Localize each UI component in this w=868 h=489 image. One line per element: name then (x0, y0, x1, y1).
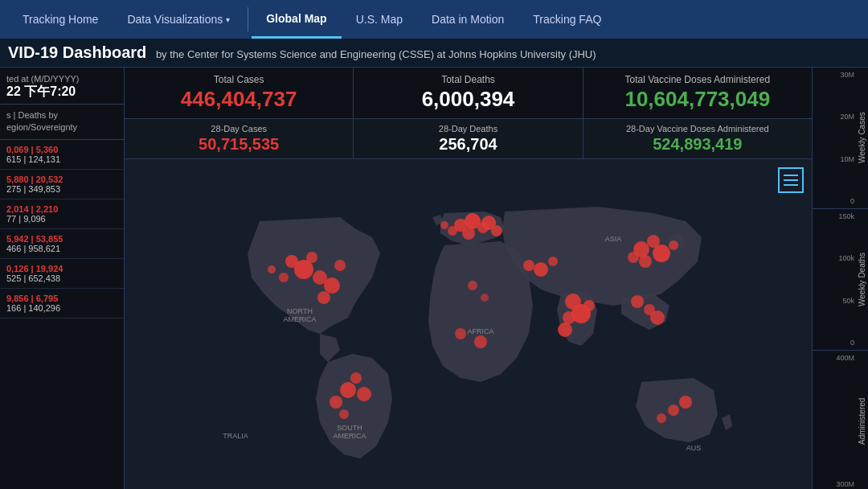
region-deaths: 166 | 140,296 (6, 303, 117, 313)
chart-tick: 150k (814, 212, 854, 220)
chart-tick: 30M (814, 71, 854, 79)
svg-point-36 (639, 255, 652, 268)
svg-point-14 (357, 387, 371, 401)
weekly-cases-chart: 30M 20M 10M 0 Weekly Cases (813, 68, 868, 209)
svg-point-44 (668, 405, 679, 416)
svg-text:AMERICA: AMERICA (333, 432, 366, 440)
svg-point-41 (481, 294, 489, 302)
svg-point-45 (679, 396, 692, 409)
day28-cases-value: 50,715,535 (134, 135, 343, 154)
weekly-cases-axis: 30M 20M 10M 0 (813, 68, 856, 208)
svg-point-28 (563, 311, 575, 324)
dashboard-title: VID-19 Dashboard (8, 43, 146, 61)
svg-point-18 (448, 226, 457, 236)
total-deaths-value: 6,000,394 (363, 87, 572, 112)
updated-label: ted at (M/D/YYYY) (6, 74, 117, 84)
legend-button[interactable] (778, 167, 804, 193)
nav-data-visualizations[interactable]: Data Visualizations ▾ (113, 0, 244, 39)
day28-vaccine-box: 28-Day Vaccine Doses Administered 524,89… (583, 119, 812, 158)
svg-point-35 (669, 240, 678, 250)
svg-text:NORTH: NORTH (287, 307, 313, 315)
svg-point-5 (306, 252, 317, 263)
region-header: s | Deaths by egion/Sovereignty (0, 105, 124, 140)
svg-point-42 (455, 328, 466, 339)
svg-point-21 (491, 225, 502, 236)
center-panel: Total Cases 446,404,737 Total Deaths 6,0… (125, 68, 812, 489)
svg-point-11 (330, 396, 342, 409)
weekly-deaths-axis: 150k 100k 50k 0 (813, 209, 856, 350)
region-deaths: 275 | 349,853 (6, 184, 117, 194)
svg-point-33 (653, 244, 670, 262)
nav-tracking-home[interactable]: Tracking Home (8, 0, 113, 39)
svg-point-23 (523, 260, 534, 271)
svg-point-4 (279, 273, 289, 282)
chart-tick: 0 (814, 339, 854, 347)
day28-deaths-label: 28-Day Deaths (363, 124, 572, 134)
day28-cases-label: 28-Day Cases (134, 124, 343, 134)
region-cases: 0,126 | 19,924 (6, 264, 117, 273)
day28-vaccine-value: 524,893,419 (593, 135, 802, 154)
right-panel: 30M 20M 10M 0 Weekly Cases 150k 100k 50k… (812, 68, 868, 489)
day28-cases-box: 28-Day Cases 50,715,535 (125, 119, 354, 158)
svg-text:TRALIA: TRALIA (223, 432, 248, 440)
navbar: Tracking Home Data Visualizations ▾ Glob… (0, 0, 868, 39)
region-deaths: 466 | 958,621 (6, 244, 117, 253)
svg-point-19 (462, 227, 475, 240)
nav-data-in-motion[interactable]: Data in Motion (417, 0, 518, 39)
region-header-text: s | Deaths by egion/Sovereignty (6, 110, 77, 132)
list-item[interactable]: 2,014 | 2,210 77 | 9,096 (0, 199, 124, 229)
region-deaths: 77 | 9,096 (6, 214, 117, 224)
stats-row-total: Total Cases 446,404,737 Total Deaths 6,0… (125, 68, 812, 119)
world-map[interactable]: NORTH AMERICA SOUTH AMERICA AFRICA ASIA … (195, 173, 742, 479)
day28-vaccine-label: 28-Day Vaccine Doses Administered (593, 124, 802, 134)
svg-rect-55 (784, 175, 798, 176)
chevron-down-icon: ▾ (226, 15, 230, 24)
svg-point-29 (583, 300, 595, 311)
list-item[interactable]: 0,069 | 5,360 615 | 124,131 (0, 140, 124, 170)
nav-tracking-faq[interactable]: Tracking FAQ (518, 0, 616, 39)
svg-point-7 (317, 291, 330, 304)
list-item[interactable]: 5,942 | 53,855 466 | 958,621 (0, 229, 124, 259)
svg-point-12 (350, 372, 362, 384)
total-cases-value: 446,404,737 (134, 87, 343, 112)
svg-text:AFRICA: AFRICA (467, 327, 493, 335)
region-deaths: 615 | 124,131 (6, 154, 117, 164)
main-layout: ted at (M/D/YYYY) 22 下午7:20 s | Deaths b… (0, 68, 868, 489)
svg-point-30 (558, 323, 572, 337)
stats-row-28day: 28-Day Cases 50,715,535 28-Day Deaths 25… (125, 119, 812, 159)
chart-tick: 100k (814, 254, 854, 262)
chart-tick: 0 (814, 197, 854, 205)
day28-deaths-value: 256,704 (363, 135, 572, 154)
list-item[interactable]: 0,126 | 19,924 525 | 652,438 (0, 259, 124, 289)
svg-point-22 (440, 221, 448, 229)
svg-point-9 (268, 265, 276, 273)
chart-tick: 20M (814, 113, 854, 121)
total-cases-box: Total Cases 446,404,737 (125, 68, 354, 118)
total-vaccine-value: 10,604,773,049 (593, 87, 802, 112)
svg-point-46 (657, 413, 666, 423)
total-deaths-label: Total Deaths (363, 74, 572, 85)
updated-time: 22 下午7:20 (6, 84, 117, 101)
nav-us-map[interactable]: U.S. Map (342, 0, 417, 39)
svg-text:AMERICA: AMERICA (283, 315, 316, 323)
region-cases: 0,069 | 5,360 (6, 145, 117, 154)
svg-point-8 (334, 260, 346, 271)
svg-rect-56 (784, 179, 798, 181)
svg-point-43 (474, 335, 487, 348)
nav-global-map[interactable]: Global Map (252, 0, 341, 39)
svg-text:SOUTH: SOUTH (337, 424, 362, 432)
total-vaccine-box: Total Vaccine Doses Administered 10,604,… (583, 68, 812, 118)
updated-box: ted at (M/D/YYYY) 22 下午7:20 (0, 68, 124, 105)
chart-tick: 10M (814, 155, 854, 163)
svg-point-10 (340, 382, 356, 398)
svg-point-40 (468, 281, 477, 290)
region-deaths: 525 | 652,438 (6, 273, 117, 283)
svg-rect-57 (784, 184, 798, 186)
svg-point-37 (631, 295, 644, 308)
administered-chart: 400M 300M Administered (813, 351, 868, 489)
subtitle-bar: VID-19 Dashboard by the Center for Syste… (0, 39, 868, 68)
list-item[interactable]: 9,856 | 6,795 166 | 140,296 (0, 289, 124, 318)
list-item[interactable]: 5,880 | 20,532 275 | 349,853 (0, 170, 124, 199)
dashboard-description: by the Center for Systems Science and En… (156, 48, 596, 60)
svg-point-24 (534, 262, 548, 277)
